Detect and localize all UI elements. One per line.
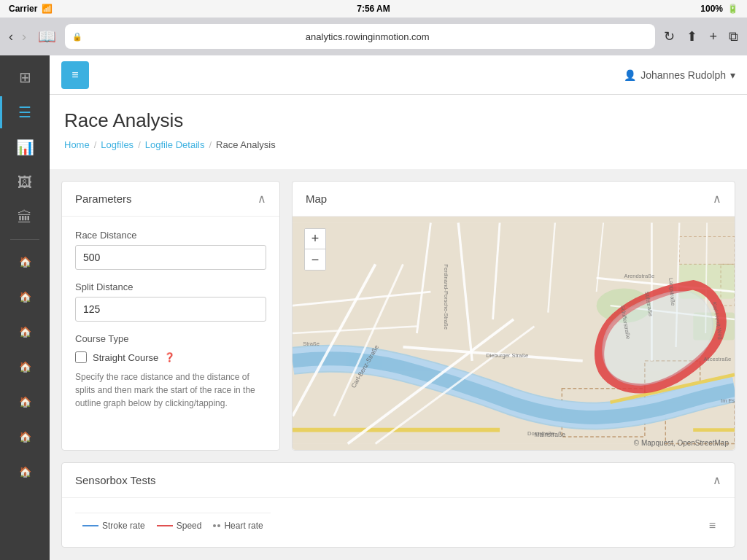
svg-text:Domstraße: Domstraße bbox=[527, 430, 554, 437]
sidebar-item-home1[interactable]: 🏠 bbox=[0, 246, 50, 278]
lock-icon: 🔒 bbox=[72, 32, 82, 42]
sidebar-item-home5[interactable]: 🏠 bbox=[0, 386, 50, 418]
zoom-out-button[interactable]: − bbox=[305, 249, 325, 270]
home3-icon: 🏠 bbox=[19, 326, 31, 338]
url-text: analytics.rowinginmotion.com bbox=[87, 31, 648, 42]
zoom-in-button[interactable]: + bbox=[305, 229, 325, 249]
map-container[interactable]: Carl-Benz-Straße Ferdinand-Porsche-Straß… bbox=[293, 217, 735, 450]
straight-course-row: Straight Course ❓ bbox=[75, 351, 266, 363]
browser-bar: ‹ › 📖 🔒 analytics.rowinginmotion.com ↻ ⬆… bbox=[0, 18, 747, 55]
straight-course-label: Straight Course bbox=[93, 352, 158, 363]
svg-text:Arendstraße: Arendstraße bbox=[624, 273, 655, 279]
nav-buttons: ‹ › bbox=[6, 26, 29, 47]
new-tab-button[interactable]: + bbox=[706, 26, 720, 47]
help-icon[interactable]: ❓ bbox=[164, 352, 175, 362]
sidebar-item-dashboard[interactable]: ⊞ bbox=[0, 61, 50, 93]
sidebar-item-list[interactable]: ☰ bbox=[0, 96, 50, 128]
sidebar-item-home4[interactable]: 🏠 bbox=[0, 351, 50, 383]
race-distance-input[interactable] bbox=[75, 245, 266, 270]
user-name: Johannes Rudolph bbox=[640, 69, 726, 81]
map-title: Map bbox=[306, 192, 327, 205]
sidebar-item-home7[interactable]: 🏠 bbox=[0, 456, 50, 488]
breadcrumb-sep1: / bbox=[94, 139, 97, 150]
content-area: Parameters ∧ Race Distance Split Distanc… bbox=[50, 169, 747, 559]
two-col-section: Parameters ∧ Race Distance Split Distanc… bbox=[61, 181, 735, 451]
race-distance-group: Race Distance bbox=[75, 230, 266, 270]
parameters-body: Race Distance Split Distance Course Type bbox=[62, 217, 279, 435]
breadcrumb-home[interactable]: Home bbox=[64, 139, 90, 150]
stroke-rate-line bbox=[82, 525, 98, 526]
carrier-label: Carrier bbox=[9, 4, 37, 14]
race-distance-label: Race Distance bbox=[75, 230, 266, 241]
legend-heart-rate: Heart rate bbox=[213, 521, 263, 531]
breadcrumb-logfile-details[interactable]: Logfile Details bbox=[145, 139, 205, 150]
map-card: Map ∧ bbox=[292, 181, 735, 451]
sidebar: ⊞ ☰ 📊 🖼 🏛 🏠 🏠 🏠 🏠 🏠 bbox=[0, 55, 50, 560]
main-content: ≡ 👤 Johannes Rudolph ▾ Race Analysis Hom… bbox=[50, 55, 747, 560]
map-header: Map ∧ bbox=[293, 182, 735, 217]
sidebar-item-home6[interactable]: 🏠 bbox=[0, 421, 50, 453]
sensorbox-collapse-button[interactable]: ∧ bbox=[713, 473, 721, 487]
chart-menu-button[interactable]: ≡ bbox=[703, 516, 721, 535]
heart-rate-dots bbox=[213, 524, 220, 527]
map-collapse-button[interactable]: ∧ bbox=[713, 192, 721, 206]
heart-rate-label: Heart rate bbox=[224, 521, 263, 531]
svg-text:Ferdinand-Porsche-Straße: Ferdinand-Porsche-Straße bbox=[443, 264, 449, 330]
parameters-collapse-button[interactable]: ∧ bbox=[258, 192, 266, 206]
course-type-description: Specify the race distance and the distan… bbox=[75, 370, 266, 410]
refresh-button[interactable]: ↻ bbox=[661, 26, 678, 47]
forward-button[interactable]: › bbox=[19, 26, 29, 47]
svg-text:Straße: Straße bbox=[303, 341, 320, 347]
split-distance-group: Split Distance bbox=[75, 281, 266, 322]
chart-legend: Stroke rate Speed H bbox=[75, 513, 271, 538]
image-icon: 🖼 bbox=[18, 174, 32, 191]
user-menu[interactable]: 👤 Johannes Rudolph ▾ bbox=[624, 69, 735, 81]
sidebar-item-home2[interactable]: 🏠 bbox=[0, 281, 50, 313]
dropdown-icon: ▾ bbox=[730, 69, 735, 81]
map-body: Carl-Benz-Straße Ferdinand-Porsche-Straß… bbox=[293, 217, 735, 450]
map-svg: Carl-Benz-Straße Ferdinand-Porsche-Straß… bbox=[293, 217, 735, 450]
sidebar-item-bank[interactable]: 🏛 bbox=[0, 201, 50, 233]
tabs-button[interactable]: ⧉ bbox=[726, 26, 741, 47]
chart-icon: 📊 bbox=[16, 139, 34, 156]
speed-label: Speed bbox=[177, 521, 202, 531]
split-distance-label: Split Distance bbox=[75, 281, 266, 292]
sensorbox-body: Stroke rate Speed H bbox=[62, 498, 735, 547]
stroke-rate-label: Stroke rate bbox=[102, 521, 145, 531]
battery-icon: 🔋 bbox=[727, 4, 738, 14]
back-button[interactable]: ‹ bbox=[6, 26, 16, 47]
course-type-label: Course Type bbox=[75, 333, 266, 344]
sidebar-item-image[interactable]: 🖼 bbox=[0, 166, 50, 198]
sidebar-item-chart[interactable]: 📊 bbox=[0, 131, 50, 163]
battery-label: 100% bbox=[700, 4, 723, 14]
url-bar[interactable]: 🔒 analytics.rowinginmotion.com bbox=[65, 24, 655, 49]
breadcrumb-logfiles[interactable]: Logfiles bbox=[101, 139, 133, 150]
share-button[interactable]: ⬆ bbox=[684, 26, 700, 47]
breadcrumb-sep2: / bbox=[138, 139, 141, 150]
speed-line bbox=[157, 525, 173, 526]
home1-icon: 🏠 bbox=[19, 256, 31, 268]
legend-stroke-rate: Stroke rate bbox=[82, 521, 145, 531]
bank-icon: 🏛 bbox=[18, 209, 32, 226]
straight-course-checkbox[interactable] bbox=[75, 351, 87, 363]
parameters-card: Parameters ∧ Race Distance Split Distanc… bbox=[61, 181, 280, 451]
sidebar-divider bbox=[10, 239, 40, 240]
svg-text:Dieburger Straße: Dieburger Straße bbox=[486, 352, 528, 359]
sidebar-item-home3[interactable]: 🏠 bbox=[0, 316, 50, 348]
wifi-icon: 📶 bbox=[42, 4, 53, 14]
user-icon: 👤 bbox=[624, 69, 636, 81]
parameters-title: Parameters bbox=[75, 192, 132, 205]
breadcrumb: Home / Logfiles / Logfile Details / Race… bbox=[64, 139, 732, 162]
hamburger-icon: ≡ bbox=[71, 69, 78, 82]
breadcrumb-current: Race Analysis bbox=[216, 139, 276, 150]
bookmarks-icon[interactable]: 📖 bbox=[35, 25, 59, 48]
parameters-header: Parameters ∧ bbox=[62, 182, 279, 217]
browser-actions: ↻ ⬆ + ⧉ bbox=[661, 26, 741, 47]
hamburger-button[interactable]: ≡ bbox=[61, 61, 89, 89]
time-display: 7:56 AM bbox=[357, 4, 390, 14]
split-distance-input[interactable] bbox=[75, 297, 266, 322]
sensorbox-title: Sensorbox Tests bbox=[75, 474, 156, 486]
home4-icon: 🏠 bbox=[19, 361, 31, 373]
top-nav: ≡ 👤 Johannes Rudolph ▾ bbox=[50, 55, 747, 95]
home2-icon: 🏠 bbox=[19, 291, 31, 303]
